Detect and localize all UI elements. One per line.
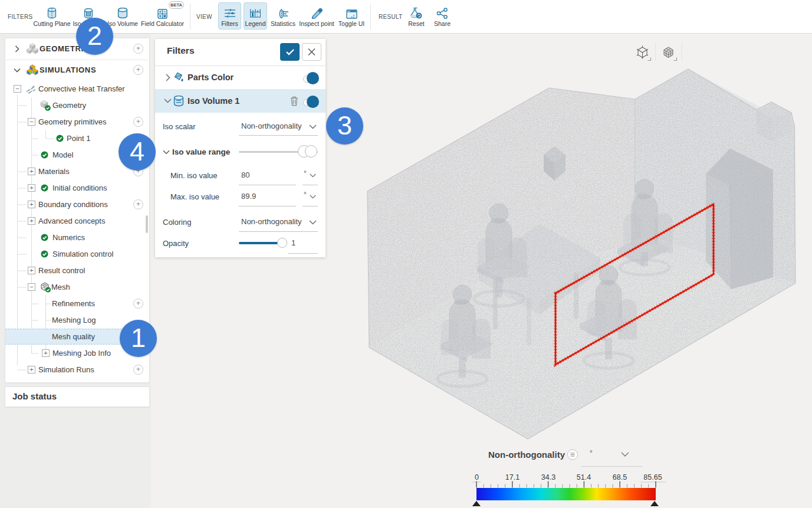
svg-text:34.3: 34.3 — [541, 473, 555, 481]
svg-text:Non-orthogonality: Non-orthogonality — [488, 450, 566, 460]
svg-text:51.4: 51.4 — [577, 473, 591, 481]
svg-text:17.1: 17.1 — [505, 473, 520, 481]
svg-text:68.5: 68.5 — [613, 473, 627, 481]
svg-text:85.65: 85.65 — [643, 473, 662, 481]
svg-text:0: 0 — [475, 473, 479, 481]
svg-text:°: ° — [590, 449, 593, 457]
